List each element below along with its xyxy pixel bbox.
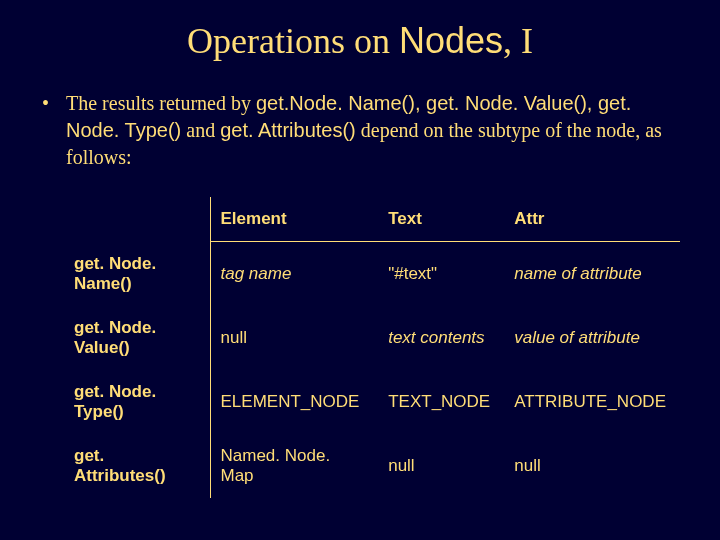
table-header-attr: Attr bbox=[504, 197, 680, 242]
bullet-code2: get. Node. Value(), bbox=[426, 92, 598, 114]
title-pre: Operations on bbox=[187, 21, 399, 61]
table-row: get. Node. Name()tag name"#text"name of … bbox=[64, 242, 680, 306]
title-nodes: Nodes bbox=[399, 20, 503, 61]
table-header-row: Element Text Attr bbox=[64, 197, 680, 242]
table-row: get. Attributes()Named. Node. Mapnullnul… bbox=[64, 434, 680, 498]
bullet-seg2: and bbox=[181, 119, 220, 141]
row-label: get. Node. Name() bbox=[64, 242, 210, 306]
table-header-blank bbox=[64, 197, 210, 242]
row-cell: value of attribute bbox=[504, 306, 680, 370]
slide: Operations on Nodes, I • The results ret… bbox=[0, 0, 720, 540]
row-label: get. Node. Value() bbox=[64, 306, 210, 370]
row-cell: text contents bbox=[378, 306, 504, 370]
row-cell: null bbox=[504, 434, 680, 498]
table-row: get. Node. Value()nulltext contentsvalue… bbox=[64, 306, 680, 370]
bullet-code4: get. Attributes() bbox=[220, 119, 356, 141]
row-cell: TEXT_NODE bbox=[378, 370, 504, 434]
node-operations-table: Element Text Attr get. Node. Name()tag n… bbox=[64, 197, 680, 498]
row-label: get. Node. Type() bbox=[64, 370, 210, 434]
row-cell: ELEMENT_NODE bbox=[210, 370, 378, 434]
bullet-item: • The results returned by get.Node. Name… bbox=[40, 90, 680, 171]
row-cell: null bbox=[378, 434, 504, 498]
bullet-code1: get.Node. Name(), bbox=[256, 92, 426, 114]
row-cell: tag name bbox=[210, 242, 378, 306]
table-header-element: Element bbox=[210, 197, 378, 242]
table-header-text: Text bbox=[378, 197, 504, 242]
bullet-dot: • bbox=[40, 90, 66, 117]
title-post: , I bbox=[503, 21, 533, 61]
row-cell: Named. Node. Map bbox=[210, 434, 378, 498]
row-cell: "#text" bbox=[378, 242, 504, 306]
bullet-seg1: The results returned by bbox=[66, 92, 256, 114]
row-cell: null bbox=[210, 306, 378, 370]
row-cell: name of attribute bbox=[504, 242, 680, 306]
table-row: get. Node. Type()ELEMENT_NODETEXT_NODEAT… bbox=[64, 370, 680, 434]
bullet-text: The results returned by get.Node. Name()… bbox=[66, 90, 680, 171]
row-cell: ATTRIBUTE_NODE bbox=[504, 370, 680, 434]
slide-title: Operations on Nodes, I bbox=[40, 20, 680, 62]
row-label: get. Attributes() bbox=[64, 434, 210, 498]
table-body: get. Node. Name()tag name"#text"name of … bbox=[64, 242, 680, 498]
